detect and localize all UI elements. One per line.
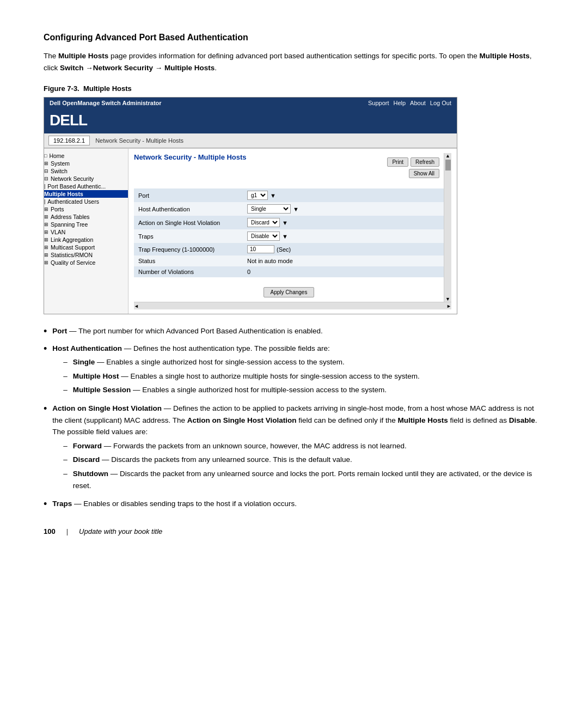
status-label: Status xyxy=(134,255,243,266)
traps-select[interactable]: Disable xyxy=(247,232,280,241)
intro-bold2: Multiple Hosts xyxy=(479,52,529,60)
multiple-host-bold: Multiple Host xyxy=(73,372,119,380)
sidebar-item-link-aggregation[interactable]: ⊞ Link Aggregation xyxy=(44,236,128,244)
sidebar-item-spanning-tree[interactable]: ⊞ Spanning Tree xyxy=(44,221,128,228)
switch-expand-icon: ⊟ xyxy=(44,168,48,174)
action-bold: Action on Single Host Violation xyxy=(52,404,162,412)
right-scrollbar[interactable]: ▲ ▼ xyxy=(444,153,451,302)
nav-breadcrumb: Network Security - Multiple Hosts xyxy=(95,137,183,144)
admin-body: □ Home ⊞ System ⊟ Switch ⊟ Network Secur… xyxy=(44,148,457,314)
action-buttons: Print Refresh Show All xyxy=(387,157,439,178)
violation-action-select[interactable]: Discard xyxy=(247,218,280,227)
violations-label: Number of Violations xyxy=(134,266,243,277)
host-auth-select[interactable]: Single xyxy=(247,204,291,214)
port-label: Port xyxy=(134,188,243,202)
violation-dropdown-icon: ▼ xyxy=(282,220,288,226)
bullet-action: Action on Single Host Violation — Define… xyxy=(44,403,544,494)
admin-header: Dell OpenManage Switch Administrator Sup… xyxy=(44,98,457,108)
sub-item-discard: Discard — Discards the packets from any … xyxy=(52,454,544,466)
spanning-tree-icon: ⊞ xyxy=(44,222,48,227)
stats-icon: ⊞ xyxy=(44,252,48,258)
address-tables-icon: ⊞ xyxy=(44,214,48,220)
host-auth-sub-list: Single — Enables a single authorized hos… xyxy=(52,356,420,396)
link-agg-icon: ⊞ xyxy=(44,237,48,242)
logout-link[interactable]: Log Out xyxy=(430,100,451,106)
qos-icon: ⊞ xyxy=(44,260,48,265)
form-table: Port g1 ▼ Host Authentication Single ▼ xyxy=(134,188,444,277)
sidebar-item-ports[interactable]: ⊞ Ports xyxy=(44,205,128,213)
sidebar-item-statistics-rmon[interactable]: ⊞ Statistics/RMON xyxy=(44,251,128,259)
port-auth-icon: | xyxy=(44,184,45,189)
bullet-list: Port — The port number for which Advance… xyxy=(44,325,544,510)
trap-freq-unit: (Sec) xyxy=(277,246,291,253)
about-link[interactable]: About xyxy=(410,100,426,106)
intro-text2: page provides information for defining a… xyxy=(108,52,479,60)
show-all-button[interactable]: Show All xyxy=(409,169,439,178)
sidebar-item-home[interactable]: □ Home xyxy=(44,152,128,160)
host-auth-dropdown-icon: ▼ xyxy=(293,206,299,212)
admin-nav-bar: 192.168.2.1 Network Security - Multiple … xyxy=(44,133,457,148)
table-row: Port g1 ▼ xyxy=(134,188,444,202)
home-icon: □ xyxy=(44,153,47,159)
sidebar: □ Home ⊞ System ⊟ Switch ⊟ Network Secur… xyxy=(44,149,128,314)
multicast-icon: ⊞ xyxy=(44,245,48,250)
forward-bold: Forward xyxy=(73,442,102,450)
sidebar-item-address-tables[interactable]: ⊞ Address Tables xyxy=(44,213,128,221)
sidebar-item-multicast-support[interactable]: ⊞ Multicast Support xyxy=(44,244,128,251)
bottom-scrollbar[interactable]: ◄ ► xyxy=(134,302,451,309)
trap-freq-label: Trap Frequency (1-1000000) xyxy=(134,243,243,255)
action-bold4: Disable xyxy=(509,416,535,424)
action-sub-list: Forward — Forwards the packets from an u… xyxy=(52,440,544,491)
sub-item-multiple-host: Multiple Host — Enables a single host to… xyxy=(52,370,420,382)
host-auth-bold: Host Authentication xyxy=(52,344,122,352)
sidebar-item-authenticated-users[interactable]: | Authenticated Users xyxy=(44,198,128,205)
sub-item-forward: Forward — Forwards the packets from an u… xyxy=(52,440,544,452)
table-row: Action on Single Host Violation Discard … xyxy=(134,216,444,229)
nav-ip[interactable]: 192.168.2.1 xyxy=(48,136,90,145)
dell-logo: DELL xyxy=(50,112,451,129)
port-bold: Port xyxy=(52,327,67,335)
auth-users-icon: | xyxy=(44,199,45,204)
bullet-host-auth: Host Authentication — Defines the host a… xyxy=(44,343,544,398)
host-auth-value: Single ▼ xyxy=(243,202,444,216)
intro-bold1: Multiple Hosts xyxy=(58,52,108,60)
help-link[interactable]: Help xyxy=(393,100,406,106)
sidebar-item-network-security[interactable]: ⊟ Network Security xyxy=(44,175,128,182)
doc-content: Port — The port number for which Advance… xyxy=(44,325,544,510)
trap-freq-input[interactable] xyxy=(247,245,274,253)
table-row: Trap Frequency (1-1000000) (Sec) xyxy=(134,243,444,255)
status-value: Not in auto mode xyxy=(243,255,444,266)
port-value: g1 ▼ xyxy=(243,188,444,202)
vlan-icon: ⊞ xyxy=(44,229,48,235)
support-link[interactable]: Support xyxy=(368,100,389,106)
multiple-session-bold: Multiple Session xyxy=(73,386,131,394)
sidebar-item-system[interactable]: ⊞ System xyxy=(44,160,128,167)
apply-row: Apply Changes xyxy=(134,277,444,302)
apply-changes-button[interactable]: Apply Changes xyxy=(264,287,315,297)
bullet-traps: Traps — Enables or disables sending trap… xyxy=(44,498,544,510)
sidebar-item-quality-of-service[interactable]: ⊞ Quality of Service xyxy=(44,259,128,266)
traps-label: Traps xyxy=(134,229,243,243)
system-expand-icon: ⊞ xyxy=(44,161,48,166)
figure-label: Figure 7-3. Multiple Hosts xyxy=(44,84,544,93)
action-bold2: Action on Single Host Violation xyxy=(187,416,297,424)
footer-separator: | xyxy=(66,527,68,535)
sidebar-item-multiple-hosts[interactable]: Multiple Hosts xyxy=(44,190,128,198)
sidebar-item-switch[interactable]: ⊟ Switch xyxy=(44,167,128,175)
sub-item-shutdown: Shutdown — Discards the packet from any … xyxy=(52,468,544,491)
refresh-button[interactable]: Refresh xyxy=(411,157,439,167)
trap-freq-value: (Sec) xyxy=(243,243,444,255)
traps-value: Disable ▼ xyxy=(243,229,444,243)
violation-action-label: Action on Single Host Violation xyxy=(134,216,243,229)
sidebar-item-vlan[interactable]: ⊞ VLAN xyxy=(44,228,128,236)
violations-value: 0 xyxy=(243,266,444,277)
table-row: Host Authentication Single ▼ xyxy=(134,202,444,216)
sub-item-multiple-session: Multiple Session — Enables a single auth… xyxy=(52,384,420,396)
port-select[interactable]: g1 xyxy=(247,191,268,200)
bullet-port: Port — The port number for which Advance… xyxy=(44,325,544,338)
host-auth-label: Host Authentication xyxy=(134,202,243,216)
page-number: 100 xyxy=(44,527,56,535)
action-bold3: Multiple Hosts xyxy=(398,416,448,424)
print-button[interactable]: Print xyxy=(387,157,408,167)
sidebar-item-port-based-auth[interactable]: | Port Based Authentic... xyxy=(44,182,128,190)
